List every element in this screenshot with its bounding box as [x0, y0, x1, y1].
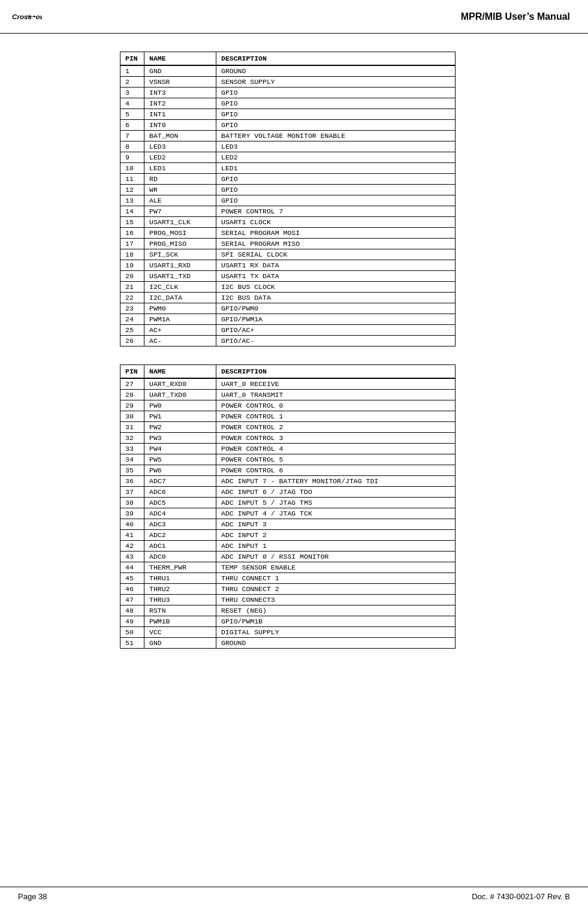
pin-cell: 28 [120, 390, 144, 400]
logo: Cross ow [12, 6, 42, 27]
name-cell: ADC0 [144, 552, 216, 562]
name-cell: PW5 [144, 454, 216, 465]
table-row: 9LED2LED2 [120, 152, 456, 163]
pin-cell: 11 [120, 174, 144, 185]
name-cell: PW7 [144, 206, 216, 217]
pin-cell: 50 [120, 627, 144, 638]
pin-cell: 44 [120, 562, 144, 573]
desc-cell: SENSOR SUPPLY [216, 77, 456, 88]
table-row: 12WRGPIO [120, 185, 456, 195]
table-row: 13ALEGPIO [120, 195, 456, 206]
pin-cell: 49 [120, 616, 144, 627]
pin-cell: 29 [120, 400, 144, 411]
desc-cell: BATTERY VOLTAGE MONITOR ENABLE [216, 131, 456, 141]
pin-cell: 26 [120, 336, 144, 346]
table-row: 11RDGPIO [120, 174, 456, 185]
name-cell: ADC7 [144, 476, 216, 487]
name-cell: AC+ [144, 325, 216, 336]
name-cell: THRU3 [144, 595, 216, 605]
pin-cell: 15 [120, 217, 144, 228]
desc-cell: ADC INPUT 0 / RSSI MONITOR [216, 552, 456, 562]
table-row: 37ADC6ADC INPUT 6 / JTAG TDO [120, 487, 456, 498]
table-row: 50VCCDIGITAL SUPPLY [120, 627, 456, 638]
name-cell: INT0 [144, 120, 216, 131]
name-cell: LED2 [144, 152, 216, 163]
desc-cell: GPIO [216, 185, 456, 195]
pin-cell: 5 [120, 109, 144, 120]
col-pin-2: PIN [120, 365, 144, 379]
col-desc-1: DESCRIPTION [216, 52, 456, 66]
name-cell: AC- [144, 336, 216, 346]
table-row: 29PW0POWER CONTROL 0 [120, 400, 456, 411]
pin-cell: 18 [120, 249, 144, 260]
desc-cell: POWER CONTROL 2 [216, 422, 456, 433]
desc-cell: POWER CONTROL 0 [216, 400, 456, 411]
pin-cell: 27 [120, 378, 144, 390]
name-cell: LED1 [144, 163, 216, 174]
desc-cell: GPIO [216, 98, 456, 109]
table-row: 19USART1_RXDUSART1 RX DATA [120, 260, 456, 271]
name-cell: PW3 [144, 433, 216, 444]
pin-cell: 23 [120, 303, 144, 314]
doc-number: Doc. # 7430-0021-07 Rev. B [472, 892, 570, 901]
name-cell: ADC5 [144, 498, 216, 508]
col-name-1: NAME [144, 52, 216, 66]
name-cell: PW6 [144, 465, 216, 476]
pin-cell: 35 [120, 465, 144, 476]
pin-cell: 6 [120, 120, 144, 131]
name-cell: I2C_DATA [144, 293, 216, 303]
desc-cell: GROUND [216, 65, 456, 77]
name-cell: PROG_MOSI [144, 228, 216, 239]
pin-cell: 21 [120, 282, 144, 293]
table-row: 49PWM1BGPIO/PWM1B [120, 616, 456, 627]
desc-cell: POWER CONTROL 6 [216, 465, 456, 476]
table-row: 21I2C_CLKI2C BUS CLOCK [120, 282, 456, 293]
pin-cell: 3 [120, 88, 144, 98]
pin-cell: 42 [120, 541, 144, 552]
name-cell: SPI_SCK [144, 249, 216, 260]
name-cell: ADC1 [144, 541, 216, 552]
main-content: PIN NAME DESCRIPTION 1GNDGROUND2VSNSRSEN… [0, 34, 588, 685]
pin-cell: 39 [120, 508, 144, 519]
table-row: 2VSNSRSENSOR SUPPLY [120, 77, 456, 88]
name-cell: GND [144, 638, 216, 649]
desc-cell: GPIO/AC- [216, 336, 456, 346]
desc-cell: POWER CONTROL 1 [216, 411, 456, 422]
name-cell: LED3 [144, 141, 216, 152]
table-row: 46THRU2THRU CONNECT 2 [120, 584, 456, 595]
table-row: 26AC-GPIO/AC- [120, 336, 456, 346]
table-row: 27UART_RXD0UART_0 RECEIVE [120, 378, 456, 390]
desc-cell: USART1 TX DATA [216, 271, 456, 282]
page-footer: Page 38 Doc. # 7430-0021-07 Rev. B [0, 887, 588, 901]
desc-cell: ADC INPUT 7 - BATTERY MONITOR/JTAG TDI [216, 476, 456, 487]
desc-cell: THRU CONNECT 2 [216, 584, 456, 595]
table-row: 4INT2GPIO [120, 98, 456, 109]
desc-cell: DIGITAL SUPPLY [216, 627, 456, 638]
name-cell: UART_TXD0 [144, 390, 216, 400]
desc-cell: ADC INPUT 6 / JTAG TDO [216, 487, 456, 498]
table-row: 43ADC0ADC INPUT 0 / RSSI MONITOR [120, 552, 456, 562]
desc-cell: ADC INPUT 2 [216, 530, 456, 541]
pin-cell: 33 [120, 444, 144, 454]
desc-cell: GPIO/PWM1B [216, 616, 456, 627]
name-cell: WR [144, 185, 216, 195]
desc-cell: SERIAL PROGRAM MISO [216, 239, 456, 249]
table-row: 42ADC1ADC INPUT 1 [120, 541, 456, 552]
desc-cell: USART1 RX DATA [216, 260, 456, 271]
table-row: 40ADC3ADC INPUT 3 [120, 519, 456, 530]
name-cell: THERM_PWR [144, 562, 216, 573]
table-row: 15USART1_CLKUSART1 CLOCK [120, 217, 456, 228]
name-cell: THRU1 [144, 573, 216, 584]
pin-cell: 38 [120, 498, 144, 508]
desc-cell: GPIO [216, 109, 456, 120]
desc-cell: I2C BUS DATA [216, 293, 456, 303]
svg-marker-2 [34, 15, 36, 17]
desc-cell: POWER CONTROL 7 [216, 206, 456, 217]
desc-cell: ADC INPUT 1 [216, 541, 456, 552]
name-cell: USART1_RXD [144, 260, 216, 271]
name-cell: USART1_TXD [144, 271, 216, 282]
pin-cell: 10 [120, 163, 144, 174]
table-row: 34PW5POWER CONTROL 5 [120, 454, 456, 465]
table-row: 51GNDGROUND [120, 638, 456, 649]
desc-cell: POWER CONTROL 5 [216, 454, 456, 465]
